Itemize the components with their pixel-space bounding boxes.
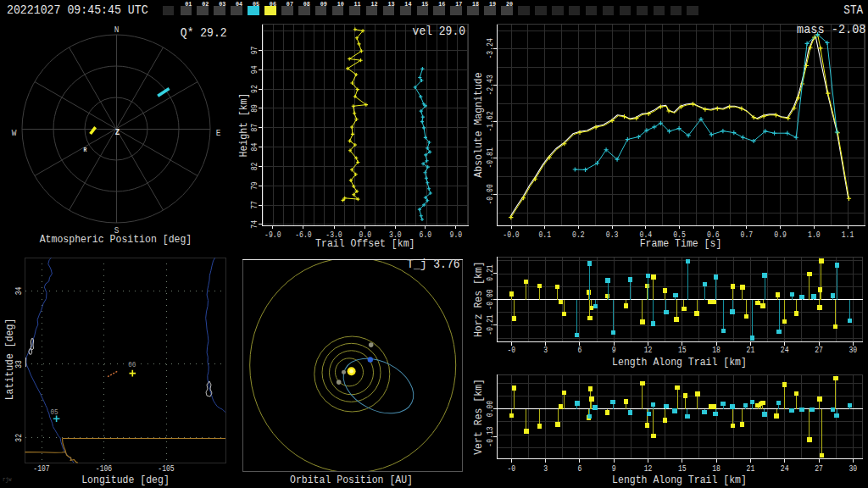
- svg-text:9: 9: [612, 345, 616, 355]
- svg-text:Latitude [deg]: Latitude [deg]: [3, 319, 15, 401]
- svg-text:Q* 29.2: Q* 29.2: [181, 27, 227, 41]
- svg-text:79: 79: [249, 181, 259, 190]
- svg-text:rjw: rjw: [3, 477, 12, 483]
- svg-text:15: 15: [678, 463, 687, 474]
- svg-text:04: 04: [236, 1, 242, 8]
- svg-text:-0.21: -0.21: [485, 314, 495, 336]
- svg-text:92: 92: [249, 85, 259, 93]
- svg-text:-1.62: -1.62: [485, 111, 495, 131]
- svg-text:-0.13: -0.13: [485, 426, 495, 446]
- svg-text:-107: -107: [33, 463, 49, 474]
- svg-text:74: 74: [249, 220, 259, 229]
- svg-text:12: 12: [370, 1, 377, 8]
- svg-text:Length Along Trail [km]: Length Along Trail [km]: [612, 474, 747, 485]
- svg-text:6.0: 6.0: [420, 230, 432, 240]
- svg-text:STA: STA: [843, 4, 863, 18]
- svg-text:E: E: [216, 128, 221, 138]
- svg-text:13: 13: [387, 1, 394, 8]
- svg-text:15: 15: [421, 1, 428, 8]
- svg-text:77: 77: [249, 201, 259, 209]
- svg-text:0.9: 0.9: [774, 230, 787, 240]
- svg-text:0.1: 0.1: [538, 230, 551, 240]
- svg-text:-0: -0: [507, 345, 515, 355]
- svg-text:06: 06: [270, 1, 276, 8]
- svg-text:21: 21: [747, 345, 755, 355]
- svg-text:Frame Time [s]: Frame Time [s]: [640, 238, 722, 250]
- svg-text:02: 02: [202, 1, 209, 8]
- svg-text:14: 14: [404, 1, 411, 8]
- svg-text:97: 97: [249, 47, 259, 55]
- svg-text:18: 18: [712, 345, 721, 355]
- svg-text:6: 6: [577, 463, 581, 474]
- svg-text:1.1: 1.1: [842, 230, 854, 240]
- svg-text:18: 18: [472, 1, 479, 8]
- svg-text:-105: -105: [158, 463, 174, 474]
- svg-text:21: 21: [747, 463, 755, 474]
- svg-text:6: 6: [577, 345, 581, 355]
- svg-text:84: 84: [249, 142, 259, 151]
- svg-text:-0.00: -0.00: [485, 289, 495, 310]
- svg-text:3: 3: [543, 345, 548, 355]
- svg-text:27: 27: [815, 463, 823, 474]
- svg-text:Horz Res [km]: Horz Res [km]: [473, 261, 485, 337]
- svg-text:01: 01: [185, 1, 192, 8]
- svg-text:18: 18: [712, 463, 721, 474]
- svg-text:24: 24: [781, 463, 789, 474]
- svg-text:vel 29.0: vel 29.0: [413, 25, 465, 39]
- svg-text:T_j 3.76: T_j 3.76: [407, 258, 459, 272]
- svg-text:-0: -0: [507, 463, 515, 474]
- svg-text:Longitude [deg]: Longitude [deg]: [81, 474, 170, 485]
- svg-text:mass -2.08: mass -2.08: [797, 24, 865, 36]
- svg-text:3: 3: [543, 463, 548, 474]
- svg-text:11: 11: [354, 1, 361, 8]
- svg-text:12: 12: [644, 345, 653, 355]
- svg-text:-0.00: -0.00: [485, 184, 495, 205]
- svg-text:10: 10: [337, 1, 344, 8]
- svg-text:0.3: 0.3: [606, 230, 619, 240]
- svg-text:-106: -106: [96, 463, 112, 474]
- svg-text:30: 30: [849, 463, 857, 474]
- svg-text:30: 30: [849, 345, 857, 355]
- svg-text:Absolute Magnitude: Absolute Magnitude: [472, 72, 484, 177]
- svg-text:87: 87: [249, 124, 259, 132]
- svg-text:32: 32: [14, 434, 24, 442]
- svg-text:89: 89: [249, 104, 259, 113]
- svg-text:09: 09: [320, 1, 327, 8]
- svg-text:08: 08: [303, 1, 310, 8]
- svg-text:0.21: 0.21: [485, 264, 495, 281]
- svg-text:17: 17: [455, 1, 462, 8]
- svg-text:05: 05: [50, 408, 58, 415]
- svg-text:07: 07: [287, 1, 293, 8]
- svg-text:0.2: 0.2: [572, 230, 585, 240]
- svg-text:9: 9: [612, 463, 616, 474]
- svg-text:Height [km]: Height [km]: [238, 93, 250, 158]
- svg-text:03: 03: [219, 1, 225, 8]
- svg-text:94: 94: [249, 65, 259, 74]
- svg-text:0.7: 0.7: [741, 230, 754, 240]
- svg-text:34: 34: [14, 286, 24, 295]
- svg-text:9.0: 9.0: [450, 230, 463, 240]
- svg-text:16: 16: [438, 1, 445, 8]
- svg-text:Vert Res [km]: Vert Res [km]: [473, 379, 485, 455]
- svg-text:27: 27: [815, 345, 823, 355]
- svg-text:12: 12: [644, 463, 653, 474]
- svg-text:20: 20: [506, 1, 513, 8]
- svg-text:1.0: 1.0: [808, 230, 821, 240]
- svg-text:Z: Z: [115, 127, 120, 137]
- svg-text:-6.0: -6.0: [295, 230, 312, 240]
- svg-text:R: R: [84, 146, 87, 152]
- svg-text:20221027 09:45:45 UTC: 20221027 09:45:45 UTC: [7, 4, 148, 17]
- svg-text:-3.24: -3.24: [485, 38, 495, 59]
- svg-text:15: 15: [678, 345, 687, 355]
- svg-text:N: N: [114, 25, 120, 35]
- svg-text:-2.43: -2.43: [485, 75, 495, 95]
- svg-text:Atmospheric Position [deg]: Atmospheric Position [deg]: [40, 234, 192, 246]
- svg-text:Orbital Position [AU]: Orbital Position [AU]: [290, 474, 413, 485]
- svg-text:0.00: 0.00: [485, 400, 495, 417]
- svg-text:W: W: [12, 128, 17, 138]
- svg-text:Length Along Trail [km]: Length Along Trail [km]: [612, 356, 747, 368]
- svg-text:82: 82: [249, 163, 259, 171]
- svg-text:06: 06: [128, 361, 136, 369]
- svg-text:Trail Offset [km]: Trail Offset [km]: [315, 238, 415, 250]
- svg-text:-0.81: -0.81: [485, 147, 495, 169]
